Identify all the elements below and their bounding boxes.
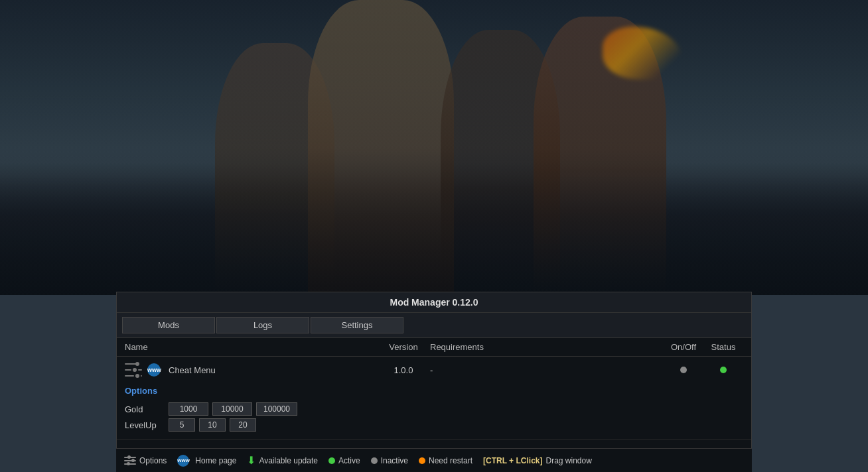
col-header-onoff: On/Off [664, 342, 703, 352]
options-label: Options [125, 386, 157, 396]
mod-version: 1.0.0 [377, 365, 430, 375]
col-header-version: Version [377, 342, 430, 352]
col-header-status: Status [703, 342, 743, 352]
statusbar-homepage[interactable]: www Home page [177, 455, 236, 467]
gold-label: Gold [125, 404, 165, 414]
mod-requirements: - [430, 365, 664, 375]
statusbar-www-icon: www [177, 455, 189, 467]
mod-row-main: www Cheat Menu 1.0.0 - [117, 357, 751, 383]
mod-homepage-icon[interactable]: www [147, 363, 161, 377]
table-row: www Cheat Menu 1.0.0 - Options [117, 357, 751, 440]
table-header: Name Version Requirements On/Off Status [117, 338, 751, 357]
statusbar-inactive: Inactive [371, 456, 408, 465]
table-area: www Cheat Menu 1.0.0 - Options [117, 357, 751, 440]
levelup-option-row: LevelUp 5 10 20 [125, 418, 743, 432]
gold-btn-10000[interactable]: 10000 [212, 402, 252, 416]
hero-background [0, 0, 868, 295]
active-dot [328, 457, 335, 464]
bg-overlay [0, 0, 868, 295]
statusbar-options-label: Options [139, 456, 167, 465]
gold-btn-100000[interactable]: 100000 [256, 402, 297, 416]
statusbar-active: Active [328, 456, 360, 465]
levelup-btn-20[interactable]: 20 [230, 418, 256, 432]
statusbar-options[interactable]: Options [124, 456, 167, 465]
gold-option-row: Gold 1000 10000 100000 [125, 402, 743, 416]
slider-line-2 [124, 460, 136, 461]
statusbar-need-restart: Need restart [419, 456, 472, 465]
levelup-label: LevelUp [125, 420, 165, 430]
drag-label: Drag window [545, 456, 591, 465]
statusbar-update-label: Available update [259, 456, 318, 465]
mod-name: Cheat Menu [169, 365, 216, 375]
gold-btn-1000[interactable]: 1000 [169, 402, 208, 416]
statusbar-shortcut: [CTRL + LClick] Drag window [483, 456, 592, 465]
options-toggle[interactable]: Options [117, 383, 751, 401]
app-title: Mod Manager 0.12.0 [390, 297, 478, 308]
inactive-dot [371, 457, 378, 464]
levelup-btn-10[interactable]: 10 [199, 418, 226, 432]
inactive-label: Inactive [381, 456, 408, 465]
statusbar-update-icon: ⬇ [247, 454, 255, 467]
status-dot [720, 367, 727, 373]
tab-settings[interactable]: Settings [311, 317, 403, 333]
mod-onoff[interactable] [664, 365, 703, 375]
status-bar: Options www Home page ⬇ Available update… [116, 448, 752, 472]
title-bar: Mod Manager 0.12.0 [117, 292, 751, 313]
mod-options-icon[interactable] [125, 362, 142, 378]
levelup-btn-5[interactable]: 5 [169, 418, 195, 432]
mod-name-area: www Cheat Menu [125, 362, 377, 378]
statusbar-homepage-label: Home page [195, 456, 236, 465]
tab-logs[interactable]: Logs [216, 317, 309, 333]
main-panel: Mod Manager 0.12.0 Mods Logs Settings Na… [116, 292, 752, 472]
statusbar-update[interactable]: ⬇ Available update [247, 454, 318, 467]
nav-tabs: Mods Logs Settings [117, 313, 751, 338]
active-label: Active [338, 456, 360, 465]
tab-mods[interactable]: Mods [122, 317, 215, 333]
statusbar-options-icon [124, 457, 136, 465]
mod-status [703, 365, 743, 375]
need-restart-dot [419, 457, 425, 464]
col-header-requirements: Requirements [430, 342, 664, 352]
slider-line-3 [124, 463, 136, 465]
slider-line-1 [124, 457, 136, 458]
need-restart-label: Need restart [429, 456, 472, 465]
col-header-name: Name [125, 342, 377, 352]
sub-options-area: Gold 1000 10000 100000 LevelUp 5 10 20 [117, 401, 751, 440]
shortcut-label: [CTRL + LClick] [483, 456, 542, 465]
onoff-dot[interactable] [680, 367, 687, 373]
